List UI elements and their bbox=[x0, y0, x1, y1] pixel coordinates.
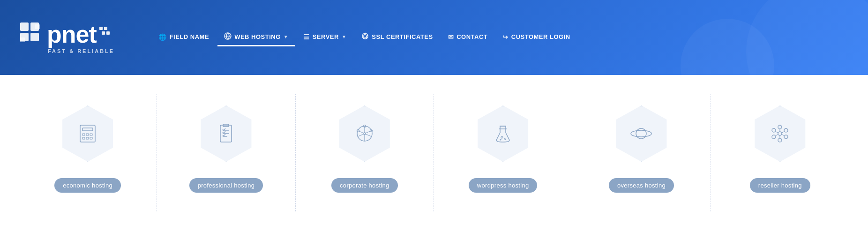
hosting-item-economic[interactable]: economic hosting bbox=[19, 94, 157, 211]
nav-item-web-hosting[interactable]: WEB HOSTING ▼ bbox=[217, 29, 295, 46]
svg-point-44 bbox=[778, 125, 782, 129]
svg-rect-14 bbox=[82, 134, 85, 135]
hexagon-shape bbox=[475, 105, 531, 162]
hosting-item-reseller[interactable]: reseller hosting bbox=[711, 94, 849, 211]
svg-line-54 bbox=[776, 135, 778, 136]
hosting-item-professional[interactable]: professional hosting bbox=[157, 94, 295, 211]
svg-rect-9 bbox=[106, 31, 110, 35]
mail-icon: ✉ bbox=[448, 33, 454, 41]
hexagon-shape bbox=[60, 105, 116, 162]
logo-area: pnet FAST & RELIABLE bbox=[19, 21, 114, 54]
nav-item-server[interactable]: ☰ SERVER ▼ bbox=[297, 30, 353, 46]
svg-point-49 bbox=[772, 135, 776, 139]
svg-rect-4 bbox=[20, 38, 25, 42]
hexagon-economic bbox=[57, 103, 118, 164]
svg-line-52 bbox=[776, 132, 778, 133]
nav-item-customer-login[interactable]: ↪ CUSTOMER LOGIN bbox=[496, 30, 576, 46]
svg-point-48 bbox=[784, 135, 788, 139]
logo-text: pnet bbox=[19, 21, 112, 47]
logo-icon bbox=[19, 21, 45, 47]
svg-point-38 bbox=[504, 139, 506, 140]
flask-icon bbox=[492, 122, 514, 145]
hexagon-shape bbox=[613, 105, 669, 162]
svg-point-47 bbox=[784, 128, 788, 132]
svg-line-55 bbox=[782, 135, 785, 136]
svg-point-45 bbox=[778, 138, 782, 142]
corporate-label: corporate hosting bbox=[331, 178, 398, 193]
svg-line-32 bbox=[358, 134, 364, 136]
hosting-grid: economic hosting bbox=[19, 94, 849, 211]
hexagon-shape bbox=[337, 105, 393, 162]
web-hosting-icon bbox=[224, 32, 232, 41]
chevron-down-icon: ▼ bbox=[284, 34, 288, 39]
hosting-item-corporate[interactable]: corporate hosting bbox=[296, 94, 434, 211]
svg-rect-8 bbox=[102, 31, 105, 35]
hexagon-professional bbox=[195, 103, 256, 164]
server-icon: ☰ bbox=[303, 33, 310, 41]
svg-rect-13 bbox=[82, 128, 93, 131]
header: pnet FAST & RELIABLE 🌐 FIELD NAME bbox=[0, 0, 868, 75]
globe-icon: 🌐 bbox=[158, 33, 167, 41]
molecule-icon bbox=[769, 122, 791, 145]
wordpress-label: wordpress hosting bbox=[469, 178, 538, 193]
svg-point-37 bbox=[501, 136, 503, 138]
svg-point-43 bbox=[778, 132, 782, 135]
hexagon-shape bbox=[752, 105, 808, 162]
svg-rect-19 bbox=[90, 137, 92, 139]
svg-point-46 bbox=[772, 128, 776, 132]
svg-rect-7 bbox=[104, 27, 107, 30]
svg-rect-5 bbox=[30, 33, 39, 41]
svg-rect-0 bbox=[20, 22, 29, 31]
brand-name: pnet bbox=[47, 22, 97, 46]
nav-item-field-name[interactable]: 🌐 FIELD NAME bbox=[152, 30, 216, 46]
svg-rect-17 bbox=[82, 137, 85, 139]
hexagon-wordpress bbox=[472, 103, 533, 164]
svg-rect-16 bbox=[90, 134, 92, 135]
chevron-down-icon-2: ▼ bbox=[342, 34, 346, 39]
reseller-label: reseller hosting bbox=[750, 178, 810, 193]
hexagon-corporate bbox=[334, 103, 395, 164]
network-icon bbox=[353, 122, 376, 145]
svg-rect-15 bbox=[86, 134, 89, 135]
calculator-icon bbox=[76, 122, 99, 145]
svg-point-39 bbox=[500, 139, 501, 140]
hosting-item-overseas[interactable]: overseas hosting bbox=[572, 94, 711, 211]
ssl-icon bbox=[361, 32, 369, 41]
economic-label: economic hosting bbox=[54, 178, 121, 193]
checklist-icon bbox=[215, 122, 237, 145]
svg-rect-6 bbox=[99, 27, 103, 30]
svg-rect-2 bbox=[35, 24, 40, 29]
nav: 🌐 FIELD NAME WEB HOSTING ▼ ☰ SERVER ▼ bbox=[152, 29, 849, 46]
overseas-label: overseas hosting bbox=[609, 178, 674, 193]
svg-point-42 bbox=[631, 130, 651, 137]
svg-line-30 bbox=[366, 134, 371, 136]
svg-point-26 bbox=[364, 133, 366, 135]
login-icon: ↪ bbox=[502, 33, 509, 41]
logo-dots-decoration bbox=[99, 27, 112, 42]
planet-icon bbox=[630, 122, 652, 145]
hexagon-shape bbox=[198, 105, 254, 162]
main-content: economic hosting bbox=[0, 75, 868, 240]
nav-item-contact[interactable]: ✉ CONTACT bbox=[441, 30, 494, 46]
svg-line-53 bbox=[782, 132, 785, 133]
hexagon-reseller bbox=[749, 103, 810, 164]
nav-item-ssl[interactable]: SSL CERTIFICATES bbox=[355, 29, 439, 46]
logo-tagline: FAST & RELIABLE bbox=[48, 48, 114, 54]
hosting-item-wordpress[interactable]: wordpress hosting bbox=[434, 94, 572, 211]
professional-label: professional hosting bbox=[189, 178, 263, 193]
hexagon-overseas bbox=[611, 103, 672, 164]
svg-rect-18 bbox=[86, 137, 89, 139]
